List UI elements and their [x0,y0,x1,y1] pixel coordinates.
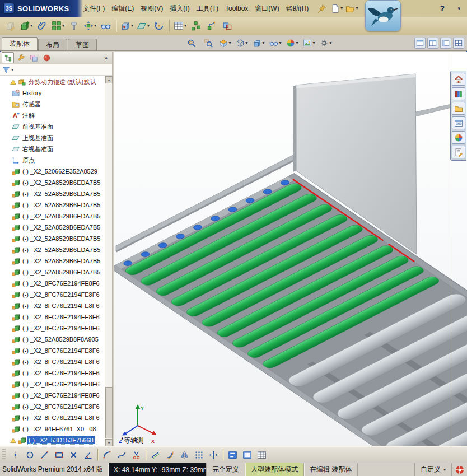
menu-edit[interactable]: 编辑(E) [108,0,137,17]
linear-sketch-pattern-icon[interactable] [192,448,206,462]
menu-insert[interactable]: 插入(I) [166,0,193,17]
tree-item[interactable]: (-) _X2_8FC76E2194FE8F6 [0,356,105,367]
tree-item[interactable]: (-) _X2_520662E352A8529 [0,166,105,177]
sketch-circle-icon[interactable] [23,448,37,462]
view-orientation-icon[interactable]: ▾ [235,36,249,50]
tree-item[interactable]: (-) _X2_8FC76E2194FE8F6 [0,311,105,323]
sketch-line-icon[interactable] [38,448,52,462]
propertymanager-tab-icon[interactable] [15,52,27,63]
sketch-erase-icon[interactable] [67,448,81,462]
mate-icon[interactable] [35,18,49,34]
viewport-split-icon[interactable] [427,38,438,49]
sketch-arc-icon[interactable] [100,448,114,462]
convert-entities-icon[interactable] [148,448,162,462]
tree-item[interactable]: (-) _X2_8FC76E2194FE8F6 [0,345,105,356]
panel-more-chevron[interactable]: » [101,54,110,61]
tree-item[interactable]: (-) _X2_8FC76E2194FE8F6 [0,300,105,311]
scroll-down-icon[interactable]: ▼ [105,439,113,446]
hide-show-items-icon[interactable]: ▾ [268,36,283,50]
titlebar-caret-icon[interactable]: ▾ [457,0,460,17]
insert-components-icon[interactable]: ▾ [18,18,34,34]
bill-of-materials-icon[interactable]: ▾ [172,18,188,34]
tree-item[interactable]: (-) _X2_52A8529B6EDA7B5 [0,255,105,267]
smart-fasteners-icon[interactable] [67,18,81,34]
tree-item[interactable]: (-) _X2_52A8529B6EDA7B5 [0,233,105,244]
menu-tools[interactable]: 工具(T) [193,0,222,17]
tree-item[interactable]: (-) _X2_8FC76E2194FE8F6 [0,289,105,300]
tree-item[interactable]: (-) _X2_8FC76E2194FE8F6 [0,323,105,334]
appearances-scenes-icon[interactable] [452,131,465,144]
tree-item[interactable]: (-) _X2_52A8529B6EDA7B5 [0,199,105,211]
sketch-point-icon[interactable] [8,448,22,462]
filter-funnel-icon[interactable] [2,66,10,74]
featuremanager-tab-icon[interactable] [2,52,14,63]
dimxpert-tab-icon[interactable] [40,52,53,63]
tree-item[interactable]: 上视基准面 [0,132,105,143]
tree-item[interactable]: (-) _X2_52A8529B6EDA7B5 [0,211,105,222]
view-settings-icon[interactable]: ▾ [319,36,333,50]
view-palette-icon[interactable] [452,116,465,129]
tree-item[interactable]: (-) _X2_52A8529B6EDA7B5 [0,222,105,233]
viewport-four-icon[interactable] [453,38,464,49]
pane-display-icon[interactable] [440,38,451,49]
help-button[interactable]: ? [436,0,448,17]
assembly-features-icon[interactable]: ▾ [119,18,134,34]
tree-item[interactable]: (-) _X2_52A8529B8F8A905 [0,334,105,345]
move-entities-icon[interactable] [207,448,221,462]
offset-entities-icon[interactable] [163,448,177,462]
sketch-spline-icon[interactable] [115,448,129,462]
file-explorer-icon[interactable] [452,102,465,115]
tree-item[interactable]: (-) _X2_52A8529B6EDA7B5 [0,177,105,188]
sketch-rectangle-icon[interactable] [52,448,66,462]
model-canvas[interactable]: Y X Z [114,52,467,446]
explode-line-sketch-icon[interactable] [204,18,219,34]
edit-component-icon[interactable] [3,18,17,34]
exploded-view-icon[interactable] [189,18,203,34]
quick-snaps-icon[interactable] [226,448,240,462]
tree-item[interactable]: History [0,87,105,99]
tree-item[interactable]: A 注解 [0,110,105,121]
scroll-up-icon[interactable]: ▲ [105,76,113,83]
display-style-icon[interactable]: ▾ [251,36,266,50]
new-motion-study-icon[interactable] [152,18,166,34]
zoom-fit-icon[interactable] [184,36,199,50]
tree-item[interactable]: (-) _X2_52A8529B6EDA7B5 [0,188,105,199]
mirror-entities-icon[interactable] [178,448,192,462]
tree-item[interactable]: (-) _X2_8FC76E2194FE8F6 [0,278,105,289]
sketch-angle-icon[interactable] [81,448,95,462]
zoom-area-icon[interactable] [201,36,216,50]
tree-item[interactable]: (-) _X2_8FC76E2194FE8F6 [0,367,105,379]
apply-scene-icon[interactable]: ▾ [302,36,316,50]
tree-item[interactable]: 传感器 [0,99,105,110]
tree-item[interactable]: (-) _X2_8FC76E2194FE8F6 [0,390,105,401]
custom-properties-icon[interactable] [452,146,465,158]
tab-sketch[interactable]: 草图 [68,39,97,50]
tab-assembly[interactable]: 装配体 [2,37,38,50]
tree-item-root[interactable]: 分拣动力辊道 (默认(默认 [0,76,105,87]
design-library-icon[interactable] [452,87,465,100]
custom-toolbar-button[interactable]: 自定义 ▾ [414,463,451,476]
move-component-icon[interactable]: ▾ [82,18,97,34]
tree-item[interactable]: (-) _X2_8FC76E2194FE8F6 [0,412,105,423]
tree-item[interactable]: 前视基准面 [0,121,105,132]
tree-item[interactable]: 右视基准面 [0,143,105,155]
tab-layout[interactable]: 布局 [38,39,67,50]
grid-options-icon[interactable] [240,448,254,462]
open-file-icon[interactable]: ▾ [344,1,359,16]
new-document-icon[interactable]: ▾ [329,1,344,16]
graphics-viewport[interactable]: Y X Z *等轴测 [114,52,467,446]
solidworks-resources-icon[interactable] [452,73,465,86]
scroll-thumb[interactable] [105,387,113,438]
linear-component-pattern-icon[interactable]: ▾ [50,18,66,34]
trim-entities-icon[interactable] [129,448,143,462]
pin-menu-icon[interactable] [314,1,329,16]
tree-item[interactable]: (-) _X2_8FC76E2194FE8F6 [0,379,105,390]
menu-view[interactable]: 视图(V) [137,0,166,17]
tree-item[interactable]: (-) _X2_53D153F75668 [0,435,105,446]
tree-item[interactable]: (-) _X2_52A8529B6EDA7B5 [0,267,105,278]
interference-detection-icon[interactable] [220,18,235,34]
toolbar-grip[interactable] [2,449,6,460]
tree-item[interactable]: 原点 [0,155,105,166]
filter-caret-icon[interactable]: ▾ [11,67,13,72]
edit-appearance-icon[interactable]: ▾ [285,36,300,50]
